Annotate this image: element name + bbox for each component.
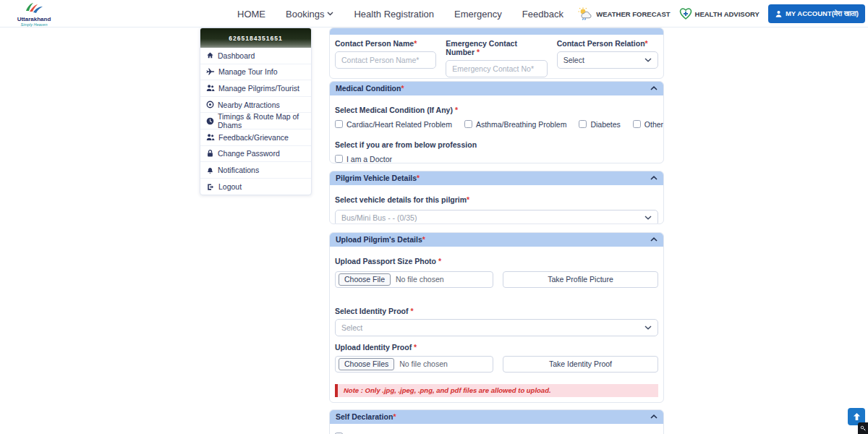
checkbox-icon [633,120,641,128]
chevron-up-icon [650,414,658,419]
clock-icon [206,117,214,125]
take-profile-picture-button[interactable]: Take Profile Picture [503,271,658,288]
file-status-text: No file chosen [399,359,448,368]
nav-item-emergency[interactable]: Emergency [454,9,502,20]
medical-condition-section: Medical Condition* Select Medical Condit… [329,81,664,163]
checkbox-icon [335,120,343,128]
pilgrim-vehicle-header[interactable]: Pilgrim Vehicle Details* [330,171,663,185]
identity-proof-upload-label: Upload Identity Proof * [335,343,658,352]
checkbox-diabetes[interactable]: Diabetes [579,120,620,129]
person-icon [775,10,783,18]
nav-right-group: WEATHER FORECAST HEALTH ADVISORY MY ACCO… [577,0,865,27]
nav-item-health-registration[interactable]: Health Registration [354,9,434,20]
sidebar-photo-banner: 6265184351651 [200,28,311,48]
sidebar-item-manage-tour-info[interactable]: Manage Tour Info [200,64,311,81]
checkbox-asthma[interactable]: Asthma/Breathing Problem [464,120,566,129]
arrow-up-icon [853,412,861,421]
profession-label: Select if you are from below profession [335,140,658,149]
top-navbar: Uttarakhand Simply Heaven HOME Bookings … [0,0,868,27]
self-declaration-section: Self Declaration* I hereby acknowledge t… [329,409,664,434]
vehicle-select-label: Select vehicle details for this pilgrim* [335,195,469,204]
self-declaration-header[interactable]: Self Declaration* [330,410,663,424]
emergency-contact-number-input[interactable] [446,60,547,77]
pilgrim-vehicle-section: Pilgrim Vehicle Details* Select vehicle … [329,171,664,224]
sidebar-item-nearby-attractions[interactable]: Nearby Attractions [200,97,311,114]
passport-photo-file-input[interactable]: Choose File No file chosen [335,271,493,288]
upload-note-banner: Note : Only .jpg, .jpeg, .png, and pdf f… [335,384,658,397]
checkbox-cardiac[interactable]: Cardiac/Heart Related Problem [335,120,452,129]
contact-person-relation-select[interactable]: Select [557,51,658,69]
file-status-text: No file chosen [396,275,444,284]
chevron-up-icon [650,176,658,180]
choose-file-button[interactable]: Choose File [339,273,391,286]
health-heart-icon [679,7,692,20]
chevron-down-icon [644,58,652,62]
sidebar-item-dashboard[interactable]: Dashboard [200,48,311,64]
emergency-contact-number-label: Emergency Contact Number * [446,39,547,56]
sidebar-item-manage-pilgrims[interactable]: Manage Pilgrims/Tourist [200,80,311,97]
vehicle-details-select[interactable]: Bus/Mini Bus - - (0/35) [335,210,658,225]
chevron-up-icon [650,86,658,90]
take-identity-proof-button[interactable]: Take Identity Proof [503,356,658,373]
upload-note-text: Note : Only .jpg, .jpeg, .png, and pdf f… [344,386,551,394]
checkbox-icon [579,120,587,128]
nav-item-home[interactable]: HOME [237,9,265,20]
medical-condition-header[interactable]: Medical Condition* [330,82,663,95]
sidebar-item-notifications[interactable]: Notifications [200,162,311,179]
choose-files-button[interactable]: Choose Files [339,358,394,370]
users-icon [206,133,215,141]
identity-proof-select-label: Select Identity Proof * [335,307,658,315]
identity-proof-select[interactable]: Select [335,319,658,336]
checkbox-other[interactable]: Other [633,120,663,129]
nav-item-feedback[interactable]: Feedback [522,9,563,20]
checkbox-i-am-a-doctor[interactable]: I am a Doctor [335,155,658,163]
checkbox-icon [335,155,343,163]
registration-number: 6265184351651 [229,35,282,42]
home-icon [206,51,214,59]
sidebar-item-change-password[interactable]: Change Password [200,146,311,163]
passport-photo-label: Upload Passport Size Photo * [335,257,441,265]
keys-icon [860,425,867,432]
logo-birds-icon [22,2,46,14]
checkbox-icon [464,120,472,128]
select-medical-condition-label: Select Medical Condition (If Any) * [335,106,458,114]
plane-icon [206,67,215,76]
bell-icon [206,166,214,174]
my-account-button[interactable]: MY ACCOUNT(मेरा खाता) [768,4,865,23]
contact-details-section: Contact Person Name* Emergency Contact N… [329,27,664,79]
logo-tagline: Simply Heaven [9,22,59,27]
sidebar-item-logout[interactable]: Logout [200,179,311,195]
uttarakhand-logo[interactable]: Uttarakhand Simply Heaven [9,2,59,27]
upload-details-header[interactable]: Upload Pilgrim's Details* [330,233,663,247]
identity-proof-file-input[interactable]: Choose Files No file chosen [335,356,493,373]
chevron-up-icon [650,237,658,242]
weather-sun-cloud-icon [577,7,593,20]
main-nav-menu: HOME Bookings Health Registration Emerge… [237,0,563,27]
chevron-down-icon [327,12,333,16]
health-registration-page: Uttarakhand Simply Heaven HOME Bookings … [0,0,868,434]
chevron-down-icon [644,216,652,220]
upload-details-section: Upload Pilgrim's Details* Upload Passpor… [329,232,664,403]
contact-person-relation-label: Contact Person Relation* [557,39,658,48]
health-advisory-link[interactable]: HEALTH ADVISORY [679,7,760,20]
logout-icon [206,183,215,191]
logo-title: Uttarakhand [9,17,59,22]
medical-condition-options: Cardiac/Heart Related Problem Asthma/Bre… [335,120,658,129]
chevron-down-icon [644,326,652,330]
nav-item-bookings[interactable]: Bookings [286,9,333,20]
sidebar-item-timings-route-map[interactable]: Timings & Route Map of Dhams [200,113,311,129]
lock-icon [206,149,214,158]
browser-extension-badge[interactable] [858,422,868,434]
sidebar-item-feedback-grievance[interactable]: Feedback/Grievance [200,129,311,146]
contact-person-name-label: Contact Person Name* [335,39,436,48]
contact-person-name-input[interactable] [335,51,436,69]
weather-forecast-link[interactable]: WEATHER FORECAST [577,7,670,20]
account-sidebar: 6265184351651 Dashboard Manage Tour Info… [200,27,312,195]
contact-section-header-partial[interactable] [330,28,663,35]
users-icon [206,84,215,92]
compass-icon [206,101,214,109]
